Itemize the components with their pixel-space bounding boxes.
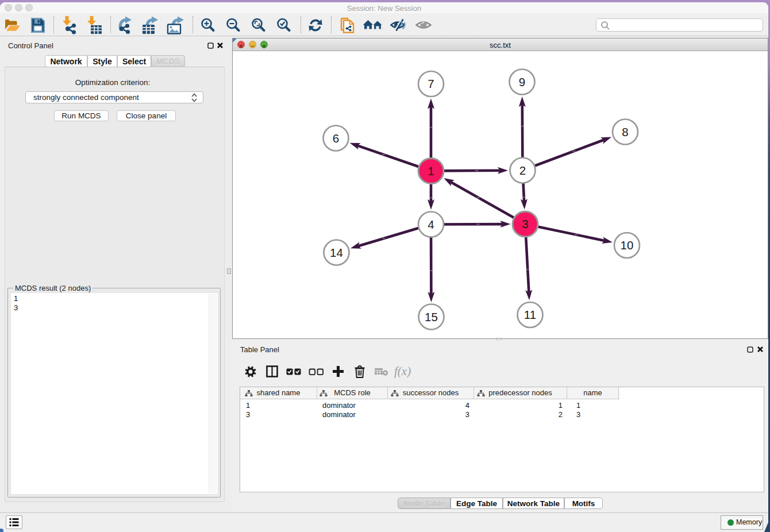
svg-text:4: 4 (428, 218, 434, 231)
svg-text:8: 8 (622, 125, 628, 138)
svg-text:14: 14 (330, 246, 343, 259)
svg-text:2: 2 (519, 164, 526, 177)
svg-text:15: 15 (425, 310, 438, 323)
svg-text:3: 3 (522, 217, 528, 230)
svg-text:7: 7 (428, 77, 434, 90)
svg-text:9: 9 (519, 75, 525, 88)
svg-text:6: 6 (333, 132, 339, 145)
svg-text:1: 1 (428, 164, 434, 178)
svg-text:11: 11 (524, 308, 536, 321)
svg-text:10: 10 (621, 238, 634, 252)
